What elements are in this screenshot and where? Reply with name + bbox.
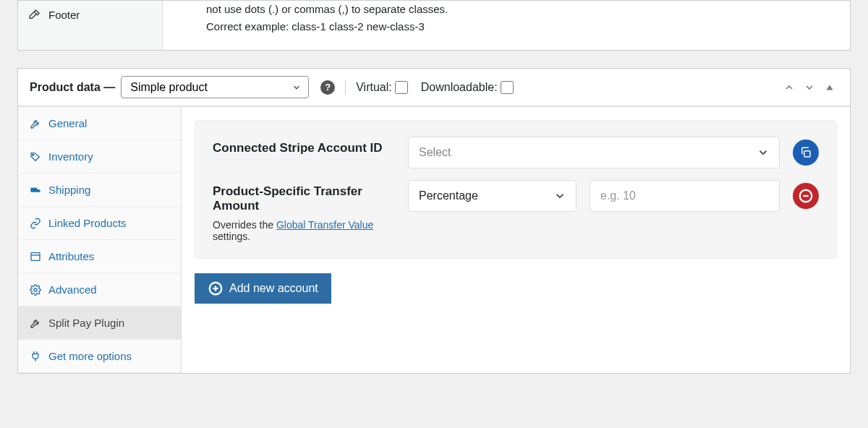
tab-label: Attributes bbox=[48, 250, 94, 262]
product-data-header: Product data — Simple product ? Virtual:… bbox=[18, 69, 850, 106]
tag-icon bbox=[30, 151, 41, 163]
minus-circle-icon bbox=[798, 188, 814, 204]
tab-label: Advanced bbox=[48, 283, 97, 296]
plug-icon bbox=[30, 351, 41, 362]
add-new-account-button[interactable]: Add new account bbox=[195, 273, 331, 304]
svg-marker-0 bbox=[826, 85, 833, 90]
virtual-checkbox[interactable] bbox=[395, 81, 408, 94]
virtual-checkbox-label[interactable]: Virtual: bbox=[356, 81, 408, 94]
panel-title: Product data — bbox=[30, 81, 115, 94]
divider bbox=[345, 80, 346, 95]
downloadable-checkbox-label[interactable]: Downloadable: bbox=[421, 81, 514, 94]
svg-rect-6 bbox=[804, 151, 810, 157]
collapse-toggle[interactable] bbox=[821, 79, 838, 96]
tab-attributes[interactable]: Attributes bbox=[18, 240, 181, 273]
hint-text-line: not use dots (.) or commas (,) to separa… bbox=[206, 1, 837, 18]
tab-advanced[interactable]: Advanced bbox=[18, 273, 181, 307]
field-label-amount: Product-Specific Transfer Amount Overrid… bbox=[213, 180, 408, 242]
product-data-tabs: General Inventory Shipping Linked Produc… bbox=[18, 107, 182, 373]
tab-label: Inventory bbox=[48, 150, 93, 163]
svg-rect-3 bbox=[31, 252, 40, 260]
tab-label: Shipping bbox=[48, 184, 90, 196]
plus-circle-icon bbox=[208, 281, 224, 296]
select-display: Select bbox=[408, 137, 780, 168]
move-up-button[interactable] bbox=[780, 79, 798, 96]
remove-button[interactable] bbox=[793, 183, 819, 209]
move-down-button[interactable] bbox=[801, 79, 818, 96]
tab-shipping[interactable]: Shipping bbox=[18, 174, 181, 207]
tab-label: Linked Products bbox=[48, 217, 127, 229]
transfer-type-select[interactable]: Percentage bbox=[408, 180, 576, 212]
tab-get-more-options[interactable]: Get more options bbox=[18, 340, 181, 373]
tab-inventory[interactable]: Inventory bbox=[18, 140, 181, 174]
tab-split-pay-plugin[interactable]: Split Pay Plugin bbox=[18, 307, 181, 340]
field-label-account: Connected Stripe Account ID bbox=[213, 137, 408, 155]
product-type-select[interactable]: Simple product bbox=[121, 76, 309, 98]
account-card: Connected Stripe Account ID Select bbox=[195, 120, 837, 259]
select-display: Percentage bbox=[408, 180, 576, 212]
downloadable-checkbox[interactable] bbox=[501, 81, 514, 94]
copy-icon bbox=[799, 146, 812, 159]
help-icon[interactable]: ? bbox=[320, 80, 335, 95]
svg-point-1 bbox=[33, 154, 34, 155]
field-hint: Overrides the Global Transfer Value sett… bbox=[213, 219, 401, 242]
link-icon bbox=[30, 218, 41, 229]
tab-label: Split Pay Plugin bbox=[48, 317, 124, 329]
checkbox-label-text: Downloadable: bbox=[421, 81, 498, 94]
checkbox-label-text: Virtual: bbox=[356, 81, 392, 94]
button-label: Add new account bbox=[229, 282, 318, 295]
wrench-icon bbox=[30, 317, 41, 329]
list-icon bbox=[30, 251, 41, 262]
tab-content: Connected Stripe Account ID Select bbox=[182, 107, 850, 373]
gear-icon bbox=[30, 284, 41, 296]
svg-point-5 bbox=[34, 288, 37, 291]
truck-icon bbox=[30, 184, 41, 196]
copy-button[interactable] bbox=[793, 140, 819, 166]
sidebar-item-footer[interactable]: Footer bbox=[18, 1, 162, 28]
hammer-icon bbox=[28, 8, 41, 21]
tab-label: Get more options bbox=[48, 350, 132, 362]
hint-text-line: Correct example: class-1 class-2 new-cla… bbox=[206, 18, 837, 35]
transfer-amount-input[interactable] bbox=[590, 180, 780, 212]
svg-rect-2 bbox=[30, 187, 37, 192]
wrench-icon bbox=[30, 118, 41, 129]
stripe-account-select[interactable]: Select bbox=[408, 137, 780, 168]
sidebar-item-label: Footer bbox=[48, 9, 80, 21]
tab-label: General bbox=[48, 117, 87, 129]
tab-general[interactable]: General bbox=[18, 107, 181, 140]
tab-linked-products[interactable]: Linked Products bbox=[18, 207, 181, 240]
global-transfer-link[interactable]: Global Transfer Value bbox=[276, 219, 373, 231]
product-data-panel: Product data — Simple product ? Virtual:… bbox=[17, 68, 851, 374]
footer-panel-remnant: Footer not use dots (.) or commas (,) to… bbox=[17, 0, 851, 51]
